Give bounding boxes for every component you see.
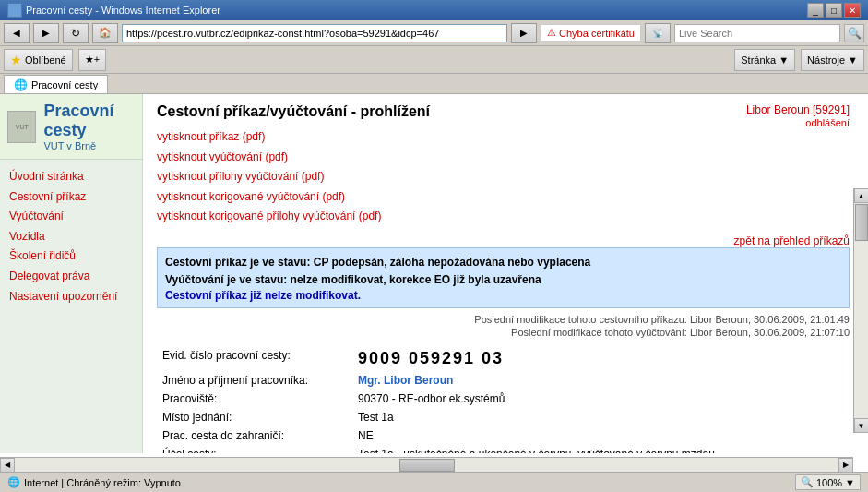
evid-number: 9009 059291 03 — [358, 349, 504, 367]
person-link[interactable]: Mgr. Libor Beroun — [358, 374, 453, 387]
table-row-zahranici: Prac. cesta do zahraničí: NE — [159, 427, 848, 444]
sidebar-item-nastaveni[interactable]: Nastavení upozornění — [9, 287, 133, 307]
modif-link[interactable]: Cestovní příkaz již nelze modifikovat. — [165, 289, 361, 302]
sidebar-item-vyuctovani[interactable]: Vyúčtování — [9, 207, 133, 227]
go-button[interactable]: ▶ — [511, 23, 537, 43]
back-to-list-link[interactable]: zpět na přehled příkazů — [734, 234, 850, 247]
zoom-icon: 🔍 — [801, 476, 814, 488]
tools-button[interactable]: Nástroje ▼ — [801, 49, 864, 71]
zoom-level: 100% — [816, 477, 842, 488]
sidebar-item-cestovni[interactable]: Cestovní příkaz — [9, 187, 133, 208]
logo-subtitle: VUT v Brně — [43, 140, 135, 151]
print-prilohy-link[interactable]: vytisknout přílohy vyúčtování (pdf) — [157, 167, 850, 187]
page-label: Stránka ▼ — [741, 54, 789, 66]
label-zahranici: Prac. cesta do zahraničí: — [159, 427, 352, 444]
security-icon: 🌐 — [7, 476, 20, 488]
value-misto: Test 1a — [354, 409, 848, 426]
modif-date2: Poslední modifikace tohoto vyúčtování: L… — [157, 327, 850, 338]
sidebar-item-skoleni[interactable]: Školení řidičů — [9, 246, 133, 267]
favorites-button[interactable]: ★ Oblíbené — [4, 49, 73, 71]
rss-button[interactable]: 📡 — [645, 23, 671, 43]
table-row-evid: Evid. číslo pracovní cesty: 9009 059291 … — [159, 347, 848, 370]
zoom-control[interactable]: 🔍 100% ▼ — [795, 474, 861, 490]
tab-label: Pracovní cesty — [31, 79, 98, 90]
label-misto: Místo jednání: — [159, 409, 352, 426]
table-row-misto: Místo jednání: Test 1a — [159, 409, 848, 426]
logo-image: VUT — [7, 111, 36, 143]
user-name: Libor Beroun [59291] — [746, 103, 850, 116]
scroll-down-button[interactable]: ▼ — [854, 418, 869, 433]
sidebar-item-uvodni[interactable]: Úvodní stránka — [9, 167, 133, 187]
print-vyuctovani-link[interactable]: vytisknout vyúčtování (pdf) — [157, 148, 850, 168]
zone-text: Internet | Chráněný režim: Vypnuto — [24, 477, 181, 488]
main-content: Libor Beroun [59291] odhlášení Cestovní … — [143, 94, 868, 453]
value-pracoviste: 90370 - RE-odbor ek.systémů — [354, 390, 848, 407]
favorites-label: Oblíbené — [25, 54, 66, 66]
logo-title: Pracovní cesty — [43, 102, 135, 140]
h-scroll-thumb[interactable] — [399, 459, 455, 472]
print-kor-prilohy-link[interactable]: vytisknout korigované přílohy vyúčtování… — [157, 207, 850, 227]
action-links: vytisknout příkaz (pdf) vytisknout vyúčt… — [157, 127, 850, 227]
search-button[interactable]: 🔍 — [844, 24, 864, 42]
print-prikaz-link[interactable]: vytisknout příkaz (pdf) — [157, 127, 850, 148]
value-ucel: Test 1a - uskutečněné a ukončené v červn… — [354, 446, 848, 453]
detail-table: Evid. číslo pracovní cesty: 9009 059291 … — [157, 345, 850, 453]
forward-button[interactable]: ▶ — [33, 23, 59, 43]
app-icon — [7, 3, 22, 18]
window-title: Pracovní cesty - Windows Internet Explor… — [26, 5, 220, 16]
star-icon: ★ — [10, 53, 22, 67]
table-row-pracoviste: Pracoviště: 90370 - RE-odbor ek.systémů — [159, 390, 848, 407]
scroll-right-button[interactable]: ▶ — [838, 458, 853, 473]
address-bar: ◀ ▶ ↻ 🏠 ▶ ⚠ Chyba certifikátu 📡 🔍 — [0, 20, 868, 46]
search-input[interactable] — [674, 24, 840, 42]
vertical-scrollbar[interactable]: ▲ ▼ — [853, 188, 868, 433]
title-bar: Pracovní cesty - Windows Internet Explor… — [0, 0, 868, 20]
sidebar-nav: Úvodní stránka Cestovní příkaz Vyúčtován… — [0, 160, 142, 314]
modif-date1: Poslední modifikace tohoto cestovního př… — [157, 314, 850, 325]
maximize-button[interactable]: □ — [826, 3, 842, 18]
add-favorites-button[interactable]: ★+ — [78, 49, 106, 71]
back-button[interactable]: ◀ — [4, 23, 30, 43]
sidebar-item-delegovat[interactable]: Delegovat práva — [9, 267, 133, 287]
scroll-thumb[interactable] — [855, 204, 868, 241]
print-kor-vyuctovani-link[interactable]: vytisknout korigované vyúčtování (pdf) — [157, 187, 850, 208]
address-input[interactable] — [122, 24, 507, 42]
scroll-track — [854, 203, 869, 418]
h-scroll-track — [15, 458, 838, 473]
value-zahranici: NE — [354, 427, 848, 444]
cert-warning[interactable]: ⚠ Chyba certifikátu — [541, 24, 641, 42]
tools-label: Nástroje ▼ — [807, 54, 858, 66]
refresh-button[interactable]: ↻ — [63, 23, 89, 43]
status-bar: 🌐 Internet | Chráněný režim: Vypnuto 🔍 1… — [0, 472, 868, 492]
zoom-chevron: ▼ — [845, 477, 855, 488]
tab-pracovni-cesty[interactable]: 🌐 Pracovní cesty — [4, 75, 108, 93]
scroll-left-button[interactable]: ◀ — [0, 458, 15, 473]
label-ucel: Účel cesty: — [159, 446, 352, 453]
logout-link[interactable]: odhlášení — [805, 117, 850, 128]
tab-icon: 🌐 — [14, 78, 28, 91]
scroll-up-button[interactable]: ▲ — [854, 188, 869, 203]
window-controls: _ □ ✕ — [807, 3, 861, 18]
sidebar: VUT Pracovní cesty VUT v Brně Úvodní str… — [0, 94, 143, 453]
warning-icon: ⚠ — [547, 27, 556, 39]
home-button[interactable]: 🏠 — [92, 23, 118, 43]
label-pracoviste: Pracoviště: — [159, 390, 352, 407]
toolbar: ★ Oblíbené ★+ Stránka ▼ Nástroje ▼ — [0, 46, 868, 74]
table-row-jmeno: Jméno a příjmení pracovníka: Mgr. Libor … — [159, 372, 848, 389]
close-button[interactable]: ✕ — [844, 3, 861, 18]
cert-warning-text: Chyba certifikátu — [559, 28, 635, 39]
status-box: Cestovní příkaz je ve stavu: CP podepsán… — [157, 247, 850, 308]
label-jmeno: Jméno a příjmení pracovníka: — [159, 372, 352, 389]
status-line2: Vyúčtování je ve stavu: nelze modifikova… — [165, 271, 841, 289]
table-row-ucel: Účel cesty: Test 1a - uskutečněné a ukon… — [159, 446, 848, 453]
page-button[interactable]: Stránka ▼ — [734, 49, 795, 71]
minimize-button[interactable]: _ — [807, 3, 824, 18]
label-evid: Evid. číslo pracovní cesty: — [159, 347, 352, 370]
tab-bar: 🌐 Pracovní cesty — [0, 74, 868, 94]
status-line1: Cestovní příkaz je ve stavu: CP podepsán… — [165, 254, 841, 271]
add-icon: ★+ — [85, 54, 100, 66]
horizontal-scrollbar[interactable]: ◀ ▶ — [0, 457, 853, 472]
sidebar-item-vozidla[interactable]: Vozidla — [9, 227, 133, 247]
